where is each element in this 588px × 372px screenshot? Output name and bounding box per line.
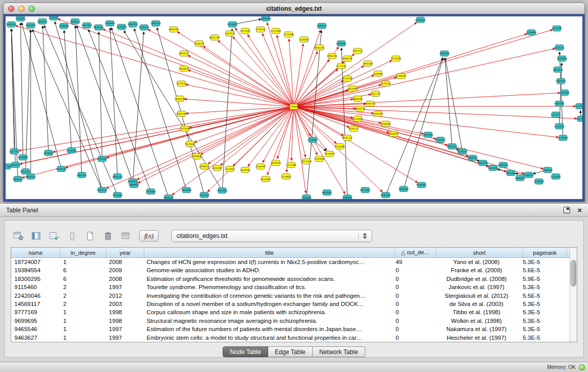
graph-node[interactable]: 7713142 (342, 76, 353, 81)
graph-node[interactable]: 1669409 (260, 16, 271, 21)
graph-edge[interactable] (16, 26, 293, 106)
graph-edge[interactable] (89, 30, 150, 190)
graph-node[interactable]: 1443811 (556, 78, 567, 84)
graph-edge[interactable] (19, 107, 292, 150)
network-canvas[interactable]: 1724066185317119008711275121184473520873… (6, 16, 582, 199)
graph-node[interactable]: 9505161 (56, 166, 67, 172)
table-vertical-scrollbar[interactable] (570, 248, 577, 342)
graph-node[interactable]: 1284441 (112, 192, 123, 198)
row-handle-button[interactable] (66, 230, 79, 242)
graph-node[interactable]: 2152441 (240, 28, 251, 34)
graph-node[interactable]: 9105834 (191, 154, 202, 159)
graph-node[interactable]: 1154808 (526, 30, 537, 35)
graph-edge[interactable] (404, 58, 443, 188)
graph-node[interactable]: 8791871 (447, 144, 458, 149)
graph-node[interactable]: 1805441 (506, 170, 516, 176)
graph-node[interactable]: 7652441 (217, 188, 228, 193)
graph-node[interactable]: 1827441 (553, 67, 563, 73)
graph-node[interactable]: 1844735 (175, 96, 185, 101)
graph-edge[interactable] (295, 107, 507, 171)
graph-node[interactable]: 1694251 (37, 18, 48, 24)
graph-edge[interactable] (55, 21, 102, 188)
graph-node[interactable]: 1805131 (150, 20, 161, 26)
graph-node[interactable]: 1221397 (552, 26, 562, 31)
edit-columns-button[interactable] (48, 230, 61, 242)
graph-edge[interactable] (32, 30, 101, 189)
graph-node[interactable]: 1210647 (353, 116, 363, 122)
graph-edge[interactable] (222, 29, 232, 189)
graph-node[interactable]: 1973456 (390, 56, 401, 61)
graph-node[interactable]: 9645441 (322, 190, 333, 195)
graph-edge[interactable] (218, 40, 293, 106)
graph-node[interactable]: 1559581 (559, 90, 570, 96)
graph-node[interactable]: 1961251 (353, 48, 363, 54)
graph-node[interactable]: 9245012 (524, 172, 534, 178)
graph-node[interactable]: 9905151 (112, 173, 123, 179)
column-header-out_de[interactable]: △ out_de… (395, 248, 436, 257)
tab-node-table[interactable]: Node Table (223, 346, 268, 357)
graph-node[interactable]: 2206061 (59, 23, 70, 29)
graph-edge[interactable] (20, 23, 23, 156)
graph-node[interactable]: 1854921 (388, 131, 399, 137)
graph-node[interactable]: 1668794 (439, 51, 450, 56)
graph-node[interactable]: 2045301 (327, 53, 338, 59)
graph-node[interactable]: 1514845 (308, 137, 318, 143)
graph-node[interactable]: 9352411 (81, 23, 92, 28)
graph-node[interactable]: 1748503 (396, 73, 406, 79)
graph-node[interactable]: 1327441 (575, 103, 582, 109)
column-header-pagerank[interactable]: pagerank (523, 248, 567, 257)
graph-node[interactable]: 1528441 (67, 147, 77, 153)
graph-node[interactable]: 1869551 (467, 155, 478, 161)
scrollbar-thumb[interactable] (571, 260, 576, 287)
graph-node[interactable]: 9245032 (380, 192, 391, 198)
graph-edge[interactable] (295, 23, 417, 106)
graph-node[interactable]: 1616951 (227, 21, 238, 27)
graph-node[interactable]: 1882001 (168, 27, 179, 32)
graph-node[interactable]: 1234131 (49, 16, 59, 20)
graph-node[interactable]: 1535841 (314, 156, 325, 162)
graph-node[interactable]: 2626061 (43, 150, 54, 156)
graph-edge[interactable] (295, 34, 527, 106)
graph-edge[interactable] (11, 29, 15, 164)
zoom-window-button[interactable] (29, 6, 35, 12)
column-header-short[interactable]: short (436, 248, 523, 257)
graph-edge[interactable] (234, 19, 261, 25)
graph-edge[interactable] (263, 34, 293, 105)
graph-node[interactable]: 1637441 (181, 187, 192, 193)
graph-edge[interactable] (295, 107, 525, 173)
graph-edge[interactable] (295, 30, 553, 106)
column-header-name[interactable]: name (11, 248, 60, 257)
graph-node[interactable]: 1777141 (336, 63, 347, 69)
graph-edge[interactable] (44, 26, 117, 194)
import-table-button[interactable] (119, 230, 133, 242)
graph-node[interactable]: 8791872 (435, 137, 446, 143)
graph-node[interactable]: 1234001 (551, 173, 561, 179)
table-row[interactable]: 946554611997Estimation of the future num… (11, 325, 570, 333)
citation-network-graph[interactable]: 1724066185317119008711275121184473520873… (6, 16, 582, 199)
graph-node[interactable]: 1514845 (324, 151, 335, 157)
graph-node[interactable]: 1604721 (355, 106, 366, 112)
close-window-button[interactable] (8, 6, 14, 12)
function-builder-button[interactable]: f(x) (139, 230, 159, 242)
delete-column-button[interactable] (101, 230, 115, 242)
table-row[interactable]: 1456911722003Disruption of a novel membe… (11, 300, 570, 308)
graph-node[interactable]: 8130441 (415, 17, 426, 23)
graph-node[interactable]: 1234441 (534, 179, 545, 184)
graph-edge[interactable] (295, 106, 575, 107)
graph-node[interactable]: 1646551 (498, 162, 509, 168)
graph-node[interactable]: 1866951 (127, 21, 138, 27)
graph-node[interactable]: 1511447 (301, 159, 312, 164)
graph-node[interactable]: 2575131 (380, 81, 391, 86)
graph-node[interactable]: 1215441 (286, 162, 297, 168)
graph-node[interactable]: 1099471 (199, 164, 210, 169)
graph-node[interactable]: 1694951 (336, 41, 347, 47)
graph-node[interactable]: 1905131 (13, 176, 24, 182)
graph-node[interactable]: 1160941 (104, 20, 115, 26)
graph-node[interactable]: 1864161 (353, 96, 363, 101)
graph-node[interactable]: 1237521 (225, 31, 235, 36)
graph-node[interactable]: 1805141 (477, 160, 488, 166)
graph-node[interactable]: 1496441 (398, 186, 409, 192)
graph-edge[interactable] (445, 58, 462, 150)
column-header-year[interactable]: year (106, 248, 144, 257)
graph-edge[interactable] (106, 107, 292, 158)
